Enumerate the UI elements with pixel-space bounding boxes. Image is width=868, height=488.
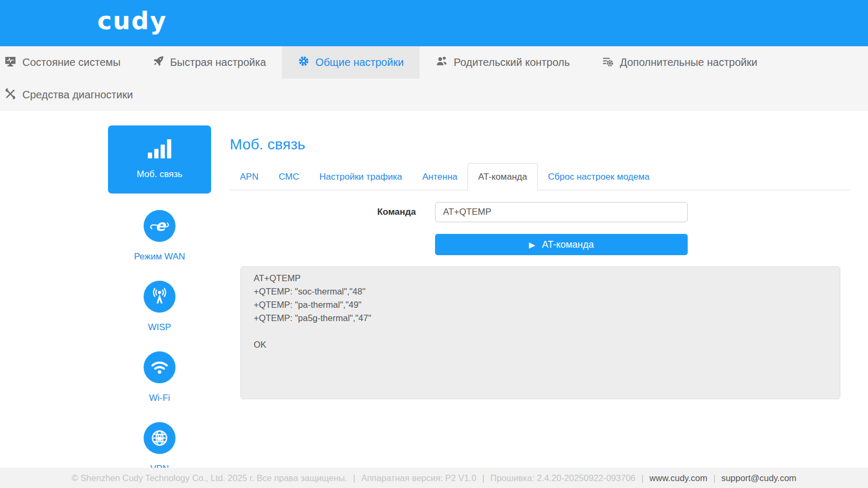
- signal-bars-icon: [148, 139, 171, 158]
- command-label: Команда: [230, 207, 416, 217]
- rocket-icon: [153, 55, 164, 70]
- footer-firmware-version: Прошивка: 2.4.20-20250922-093706: [490, 473, 636, 483]
- nav-row-primary: Состояние системы Быстрая настройка Общи…: [0, 46, 868, 79]
- nav-item-system-status[interactable]: Состояние системы: [0, 46, 137, 79]
- nav-item-label: Дополнительные настройки: [620, 56, 757, 69]
- footer-email-link[interactable]: support@cudy.com: [721, 473, 796, 483]
- footer-copyright: © Shenzhen Cudy Technology Co., Ltd. 202…: [72, 473, 347, 483]
- footer-hardware-version: Аппаратная версия: P2 V1.0: [361, 473, 477, 483]
- nav-item-parental-control[interactable]: Родительский контроль: [420, 46, 586, 79]
- nav-item-label: Быстрая настройка: [170, 56, 266, 69]
- nav-row-secondary: Средства диагностики: [0, 79, 868, 111]
- sidebar-item-label: Режим WAN: [108, 251, 211, 262]
- footer-separator: |: [641, 473, 644, 483]
- internet-e-icon: e: [144, 210, 176, 242]
- sidebar-item-wifi[interactable]: Wi-Fi: [108, 351, 211, 403]
- tab-modem-reset[interactable]: Сброс настроек модема: [538, 164, 660, 190]
- tab-antenna[interactable]: Антенна: [412, 164, 468, 190]
- sidebar-item-wan-mode[interactable]: e Режим WAN: [108, 210, 211, 262]
- sidebar-item-label: WISP: [108, 322, 211, 333]
- nav-item-label: Общие настройки: [315, 56, 404, 69]
- footer-separator: |: [713, 473, 715, 483]
- tab-traffic-settings[interactable]: Настройки трафика: [310, 164, 413, 190]
- footer-separator: |: [353, 473, 355, 483]
- main-content: Моб. связь APN СМС Настройки трафика Ант…: [230, 111, 850, 399]
- sidebar-item-label: Моб. связь: [137, 169, 182, 180]
- sidebar-item-wisp[interactable]: WISP: [108, 281, 211, 333]
- main-navigation: Состояние системы Быстрая настройка Общи…: [0, 46, 868, 111]
- sidebar-item-mobile-active[interactable]: Моб. связь: [108, 125, 211, 193]
- play-icon: ▶: [529, 241, 535, 249]
- tab-sms[interactable]: СМС: [269, 164, 310, 190]
- at-command-output[interactable]: AT+QTEMP +QTEMP: "soc-thermal","48" +QTE…: [240, 266, 840, 399]
- nav-item-label: Средства диагностики: [22, 89, 133, 101]
- tab-bar: APN СМС Настройки трафика Антенна AT-ком…: [230, 163, 850, 190]
- tab-at-command[interactable]: AT-команда: [468, 163, 538, 190]
- cudy-logo: cudy: [97, 6, 167, 35]
- nav-item-quick-setup[interactable]: Быстрая настройка: [137, 46, 282, 79]
- nav-item-advanced-settings[interactable]: Дополнительные настройки: [586, 46, 773, 79]
- sidebar-item-vpn[interactable]: VPN: [108, 422, 211, 474]
- command-input[interactable]: [435, 202, 688, 222]
- system-status-icon: [4, 55, 16, 70]
- sidebar-item-label: Wi-Fi: [108, 393, 211, 403]
- tools-icon: [4, 88, 16, 103]
- advanced-settings-icon: [602, 55, 614, 70]
- command-form-row: Команда: [230, 202, 850, 222]
- wifi-icon: [144, 351, 176, 383]
- globe-lock-icon: [144, 422, 176, 454]
- antenna-icon: [144, 281, 176, 313]
- tab-apn[interactable]: APN: [230, 164, 269, 190]
- run-button-label: AT-команда: [542, 239, 594, 250]
- top-bar: cudy: [0, 0, 868, 46]
- run-at-command-button[interactable]: ▶ AT-команда: [435, 234, 688, 255]
- nav-item-label: Родительский контроль: [454, 56, 570, 69]
- footer: © Shenzhen Cudy Technology Co., Ltd. 202…: [0, 468, 868, 488]
- footer-separator: |: [482, 473, 485, 483]
- parental-control-icon: [436, 55, 448, 70]
- gear-icon: [298, 55, 310, 70]
- footer-website-link[interactable]: www.cudy.com: [649, 473, 707, 483]
- page-title: Моб. связь: [230, 137, 850, 153]
- nav-item-label: Состояние системы: [22, 56, 121, 69]
- nav-item-diagnostics[interactable]: Средства диагностики: [0, 79, 149, 111]
- nav-item-general-settings[interactable]: Общие настройки: [282, 46, 420, 79]
